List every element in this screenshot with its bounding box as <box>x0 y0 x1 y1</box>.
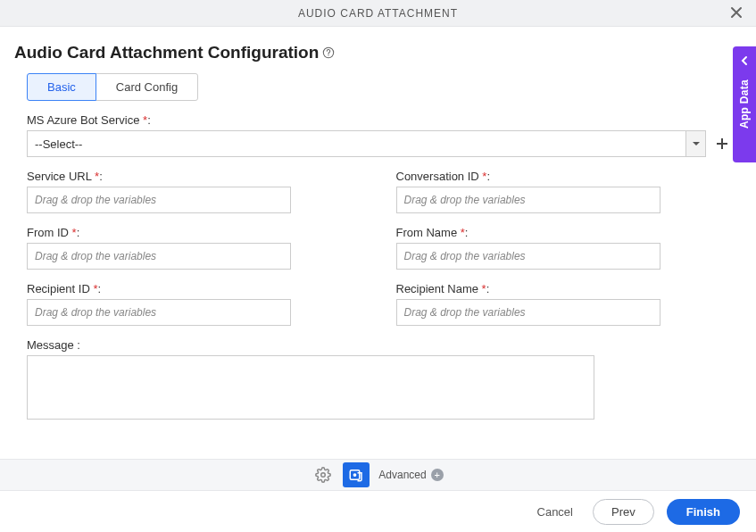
card-icon[interactable] <box>343 462 370 487</box>
form-body: MS Azure Bot Service *: --Select-- Servi… <box>0 101 756 422</box>
tab-card-config[interactable]: Card Config <box>96 73 198 101</box>
close-icon[interactable] <box>729 5 744 20</box>
footer: Cancel Prev Finish <box>0 491 756 532</box>
chevron-left-icon <box>739 55 750 69</box>
svg-point-2 <box>321 473 326 478</box>
dialog-title: AUDIO CARD ATTACHMENT <box>298 7 458 20</box>
azure-select[interactable]: --Select-- <box>27 130 706 157</box>
help-icon[interactable] <box>322 46 336 60</box>
from-name-label: From Name *: <box>396 226 730 239</box>
message-label: Message : <box>27 338 729 352</box>
tab-basic[interactable]: Basic <box>27 73 96 101</box>
left-col: Service URL *: From ID *: Recipient ID *… <box>27 170 361 338</box>
conversation-id-label: Conversation ID *: <box>396 170 730 183</box>
field-from-id: From ID *: <box>27 226 361 270</box>
required-asterisk: * <box>143 113 147 127</box>
cancel-button[interactable]: Cancel <box>530 500 580 524</box>
svg-point-1 <box>328 54 329 55</box>
from-id-input[interactable] <box>27 243 291 270</box>
fields-grid: Service URL *: From ID *: Recipient ID *… <box>27 170 729 338</box>
field-message: Message : <box>27 338 729 422</box>
prev-button[interactable]: Prev <box>593 499 654 525</box>
tab-label: Basic <box>47 80 76 94</box>
dialog-header: AUDIO CARD ATTACHMENT <box>0 0 756 27</box>
field-recipient-name: Recipient Name *: <box>396 282 730 326</box>
field-conversation-id: Conversation ID *: <box>396 170 730 213</box>
tabs: Basic Card Config <box>0 73 756 101</box>
bottom-toolbar: Advanced + <box>0 459 756 491</box>
plus-circle-icon: + <box>431 469 444 481</box>
app-data-drawer[interactable]: App Data <box>733 46 756 162</box>
advanced-label-text: Advanced <box>378 469 426 481</box>
service-url-input[interactable] <box>27 187 291 213</box>
advanced-toggle[interactable]: Advanced + <box>378 469 443 481</box>
tab-label: Card Config <box>116 80 178 94</box>
add-azure-icon[interactable] <box>715 137 729 151</box>
svg-point-4 <box>354 474 356 476</box>
azure-select-row: --Select-- <box>27 130 729 157</box>
recipient-id-label: Recipient ID *: <box>27 282 361 295</box>
recipient-name-label: Recipient Name *: <box>396 282 730 295</box>
finish-button[interactable]: Finish <box>667 499 740 525</box>
service-url-label: Service URL *: <box>27 170 361 183</box>
chevron-down-icon[interactable] <box>685 131 705 156</box>
from-name-input[interactable] <box>396 243 660 270</box>
conversation-id-input[interactable] <box>396 187 660 213</box>
field-recipient-id: Recipient ID *: <box>27 282 361 326</box>
field-from-name: From Name *: <box>396 226 730 270</box>
page-title: Audio Card Attachment Configuration <box>14 43 319 62</box>
azure-select-value: --Select-- <box>28 131 685 156</box>
recipient-name-input[interactable] <box>396 299 660 326</box>
field-service-url: Service URL *: <box>27 170 361 213</box>
message-textarea[interactable] <box>27 355 594 420</box>
azure-label: MS Azure Bot Service *: <box>27 113 729 127</box>
app-data-label: App Data <box>738 79 751 129</box>
right-col: Conversation ID *: From Name *: Recipien… <box>396 170 730 338</box>
page-title-row: Audio Card Attachment Configuration <box>0 27 756 73</box>
from-id-label: From ID *: <box>27 226 361 239</box>
gear-icon[interactable] <box>312 464 334 486</box>
recipient-id-input[interactable] <box>27 299 291 326</box>
